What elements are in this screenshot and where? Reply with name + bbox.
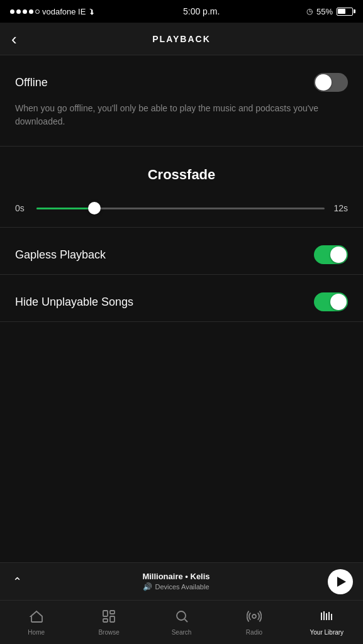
signal-dot-4 [29,9,33,14]
svg-rect-1 [110,611,114,614]
gapless-toggle[interactable] [314,245,348,264]
status-right: ◷ 55% [306,7,353,16]
svg-rect-0 [103,611,108,616]
mini-player-play-button[interactable] [328,569,353,594]
signal-dot-5 [35,9,40,14]
svg-rect-3 [103,619,108,622]
header: ‹ PLAYBACK [0,23,363,55]
battery-percent: 55% [316,7,333,16]
nav-item-home[interactable]: Home [0,604,72,641]
carrier-label: vodafone IE [42,7,86,16]
svg-line-5 [184,619,187,623]
svg-point-4 [177,611,186,620]
nav-item-search[interactable]: Search [145,604,218,641]
content: Offline When you go offline, you'll only… [0,55,363,562]
search-label: Search [172,629,192,636]
offline-description: When you go offline, you'll only be able… [0,102,363,146]
search-icon [174,609,189,626]
browse-label: Browse [98,629,119,636]
crossfade-section: Crossfade 0s 12s [0,147,363,227]
play-icon [337,577,346,587]
divider-4 [0,321,363,322]
gapless-label: Gapless Playback [15,248,106,262]
mini-player-song: Millionaire • Kelis [31,572,321,581]
battery-fill [338,9,345,14]
svg-point-6 [252,614,256,618]
wifi-icon: ⮯ [88,7,96,16]
gapless-row: Gapless Playback [0,228,363,274]
nav-item-browse[interactable]: Browse [72,604,145,641]
mini-player-info: Millionaire • Kelis 🔊 Devices Available [31,572,321,591]
devices-icon: 🔊 [143,582,152,591]
offline-toggle[interactable] [314,73,348,92]
gapless-toggle-thumb [330,247,347,263]
page-title: PLAYBACK [152,34,211,44]
crossfade-title: Crossfade [15,167,348,183]
svg-rect-2 [110,616,114,622]
mini-player[interactable]: ⌃ Millionaire • Kelis 🔊 Devices Availabl… [0,562,363,600]
slider-min-label: 0s [15,203,28,213]
bottom-nav: Home Browse Search [0,600,363,644]
nav-item-library[interactable]: Your Library [291,604,363,641]
radio-label: Radio [246,629,262,636]
battery-container [337,8,353,16]
library-icon [319,609,334,626]
slider-container: 0s 12s [15,202,348,214]
browse-icon [101,609,116,626]
mini-player-chevron[interactable]: ⌃ [10,572,25,591]
slider-wrapper [36,202,325,214]
offline-label: Offline [15,76,48,89]
home-icon [29,609,44,626]
hide-unplayable-row: Hide Unplayable Songs [0,275,363,321]
nav-item-radio[interactable]: Radio [218,604,290,641]
offline-row: Offline [0,55,363,102]
signal-dot-2 [16,9,21,14]
slider-max-label: 12s [333,203,348,213]
status-bar: vodafone IE ⮯ 5:00 p.m. ◷ 55% [0,0,363,23]
offline-toggle-thumb [315,74,332,91]
hide-unplayable-toggle[interactable] [314,292,348,311]
status-left: vodafone IE ⮯ [10,7,96,16]
library-label: Your Library [310,629,344,636]
back-button[interactable]: ‹ [11,31,17,47]
signal-dot-3 [23,9,27,14]
battery-icon [337,8,353,16]
home-label: Home [28,629,45,636]
signal-dot-1 [10,9,14,14]
mini-player-sub: 🔊 Devices Available [31,582,321,591]
radio-icon [247,609,262,626]
hide-unplayable-toggle-thumb [330,294,347,310]
hide-unplayable-label: Hide Unplayable Songs [15,296,133,309]
signal-dots [10,9,40,14]
time-label: 5:00 p.m. [183,6,220,16]
alarm-icon: ◷ [306,7,313,16]
